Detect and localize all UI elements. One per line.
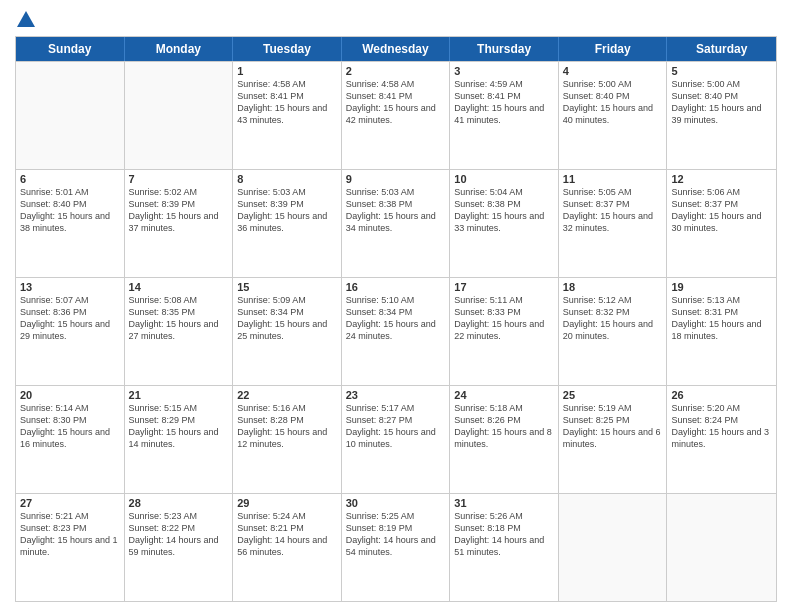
day-info: Sunrise: 5:19 AM Sunset: 8:25 PM Dayligh… [563,402,663,451]
day-number: 31 [454,497,554,509]
day-number: 28 [129,497,229,509]
day-info: Sunrise: 5:06 AM Sunset: 8:37 PM Dayligh… [671,186,772,235]
calendar-cell: 29Sunrise: 5:24 AM Sunset: 8:21 PM Dayli… [233,494,342,601]
day-info: Sunrise: 5:11 AM Sunset: 8:33 PM Dayligh… [454,294,554,343]
calendar-row: 6Sunrise: 5:01 AM Sunset: 8:40 PM Daylig… [16,169,776,277]
calendar-cell: 2Sunrise: 4:58 AM Sunset: 8:41 PM Daylig… [342,62,451,169]
day-info: Sunrise: 5:07 AM Sunset: 8:36 PM Dayligh… [20,294,120,343]
day-number: 18 [563,281,663,293]
calendar-cell: 27Sunrise: 5:21 AM Sunset: 8:23 PM Dayli… [16,494,125,601]
day-number: 24 [454,389,554,401]
svg-marker-0 [17,11,35,27]
calendar-cell: 6Sunrise: 5:01 AM Sunset: 8:40 PM Daylig… [16,170,125,277]
day-info: Sunrise: 5:12 AM Sunset: 8:32 PM Dayligh… [563,294,663,343]
calendar-header-cell: Wednesday [342,37,451,61]
calendar-cell: 21Sunrise: 5:15 AM Sunset: 8:29 PM Dayli… [125,386,234,493]
day-info: Sunrise: 5:26 AM Sunset: 8:18 PM Dayligh… [454,510,554,559]
day-info: Sunrise: 5:24 AM Sunset: 8:21 PM Dayligh… [237,510,337,559]
calendar-cell: 17Sunrise: 5:11 AM Sunset: 8:33 PM Dayli… [450,278,559,385]
calendar-header-cell: Sunday [16,37,125,61]
calendar-row: 27Sunrise: 5:21 AM Sunset: 8:23 PM Dayli… [16,493,776,601]
calendar-cell: 7Sunrise: 5:02 AM Sunset: 8:39 PM Daylig… [125,170,234,277]
day-number: 22 [237,389,337,401]
calendar-cell: 23Sunrise: 5:17 AM Sunset: 8:27 PM Dayli… [342,386,451,493]
day-number: 4 [563,65,663,77]
day-info: Sunrise: 4:58 AM Sunset: 8:41 PM Dayligh… [346,78,446,127]
page: SundayMondayTuesdayWednesdayThursdayFrid… [0,0,792,612]
calendar-cell: 9Sunrise: 5:03 AM Sunset: 8:38 PM Daylig… [342,170,451,277]
calendar-header-cell: Saturday [667,37,776,61]
calendar-cell: 12Sunrise: 5:06 AM Sunset: 8:37 PM Dayli… [667,170,776,277]
calendar-cell: 18Sunrise: 5:12 AM Sunset: 8:32 PM Dayli… [559,278,668,385]
logo [15,10,35,28]
day-number: 17 [454,281,554,293]
calendar-cell: 28Sunrise: 5:23 AM Sunset: 8:22 PM Dayli… [125,494,234,601]
calendar-cell: 15Sunrise: 5:09 AM Sunset: 8:34 PM Dayli… [233,278,342,385]
day-info: Sunrise: 5:20 AM Sunset: 8:24 PM Dayligh… [671,402,772,451]
day-number: 27 [20,497,120,509]
calendar-row: 20Sunrise: 5:14 AM Sunset: 8:30 PM Dayli… [16,385,776,493]
calendar-cell [559,494,668,601]
calendar-row: 1Sunrise: 4:58 AM Sunset: 8:41 PM Daylig… [16,61,776,169]
day-number: 5 [671,65,772,77]
calendar-cell: 13Sunrise: 5:07 AM Sunset: 8:36 PM Dayli… [16,278,125,385]
calendar-header-cell: Tuesday [233,37,342,61]
day-number: 3 [454,65,554,77]
day-info: Sunrise: 5:01 AM Sunset: 8:40 PM Dayligh… [20,186,120,235]
calendar: SundayMondayTuesdayWednesdayThursdayFrid… [15,36,777,602]
day-number: 2 [346,65,446,77]
calendar-header-cell: Thursday [450,37,559,61]
calendar-cell: 24Sunrise: 5:18 AM Sunset: 8:26 PM Dayli… [450,386,559,493]
day-info: Sunrise: 5:25 AM Sunset: 8:19 PM Dayligh… [346,510,446,559]
calendar-cell [667,494,776,601]
day-number: 19 [671,281,772,293]
day-number: 29 [237,497,337,509]
calendar-cell: 5Sunrise: 5:00 AM Sunset: 8:40 PM Daylig… [667,62,776,169]
calendar-cell: 8Sunrise: 5:03 AM Sunset: 8:39 PM Daylig… [233,170,342,277]
calendar-cell: 26Sunrise: 5:20 AM Sunset: 8:24 PM Dayli… [667,386,776,493]
day-info: Sunrise: 5:02 AM Sunset: 8:39 PM Dayligh… [129,186,229,235]
day-info: Sunrise: 5:00 AM Sunset: 8:40 PM Dayligh… [563,78,663,127]
day-info: Sunrise: 5:10 AM Sunset: 8:34 PM Dayligh… [346,294,446,343]
day-number: 16 [346,281,446,293]
day-number: 11 [563,173,663,185]
calendar-cell: 11Sunrise: 5:05 AM Sunset: 8:37 PM Dayli… [559,170,668,277]
day-info: Sunrise: 5:18 AM Sunset: 8:26 PM Dayligh… [454,402,554,451]
day-info: Sunrise: 4:58 AM Sunset: 8:41 PM Dayligh… [237,78,337,127]
calendar-cell: 22Sunrise: 5:16 AM Sunset: 8:28 PM Dayli… [233,386,342,493]
calendar-body: 1Sunrise: 4:58 AM Sunset: 8:41 PM Daylig… [16,61,776,601]
calendar-header-row: SundayMondayTuesdayWednesdayThursdayFrid… [16,37,776,61]
day-number: 6 [20,173,120,185]
calendar-cell [125,62,234,169]
day-number: 1 [237,65,337,77]
day-info: Sunrise: 5:04 AM Sunset: 8:38 PM Dayligh… [454,186,554,235]
day-number: 23 [346,389,446,401]
day-info: Sunrise: 5:16 AM Sunset: 8:28 PM Dayligh… [237,402,337,451]
day-info: Sunrise: 5:09 AM Sunset: 8:34 PM Dayligh… [237,294,337,343]
calendar-cell: 20Sunrise: 5:14 AM Sunset: 8:30 PM Dayli… [16,386,125,493]
day-number: 13 [20,281,120,293]
day-info: Sunrise: 5:03 AM Sunset: 8:38 PM Dayligh… [346,186,446,235]
day-info: Sunrise: 5:15 AM Sunset: 8:29 PM Dayligh… [129,402,229,451]
calendar-cell: 3Sunrise: 4:59 AM Sunset: 8:41 PM Daylig… [450,62,559,169]
header [15,10,777,28]
day-info: Sunrise: 5:17 AM Sunset: 8:27 PM Dayligh… [346,402,446,451]
day-number: 25 [563,389,663,401]
day-number: 9 [346,173,446,185]
calendar-cell: 4Sunrise: 5:00 AM Sunset: 8:40 PM Daylig… [559,62,668,169]
calendar-header-cell: Monday [125,37,234,61]
calendar-cell: 30Sunrise: 5:25 AM Sunset: 8:19 PM Dayli… [342,494,451,601]
calendar-cell: 16Sunrise: 5:10 AM Sunset: 8:34 PM Dayli… [342,278,451,385]
calendar-cell: 14Sunrise: 5:08 AM Sunset: 8:35 PM Dayli… [125,278,234,385]
calendar-cell: 10Sunrise: 5:04 AM Sunset: 8:38 PM Dayli… [450,170,559,277]
calendar-cell: 1Sunrise: 4:58 AM Sunset: 8:41 PM Daylig… [233,62,342,169]
day-number: 14 [129,281,229,293]
day-info: Sunrise: 5:08 AM Sunset: 8:35 PM Dayligh… [129,294,229,343]
day-number: 20 [20,389,120,401]
day-number: 15 [237,281,337,293]
day-number: 12 [671,173,772,185]
day-info: Sunrise: 4:59 AM Sunset: 8:41 PM Dayligh… [454,78,554,127]
day-number: 30 [346,497,446,509]
day-info: Sunrise: 5:14 AM Sunset: 8:30 PM Dayligh… [20,402,120,451]
day-info: Sunrise: 5:00 AM Sunset: 8:40 PM Dayligh… [671,78,772,127]
